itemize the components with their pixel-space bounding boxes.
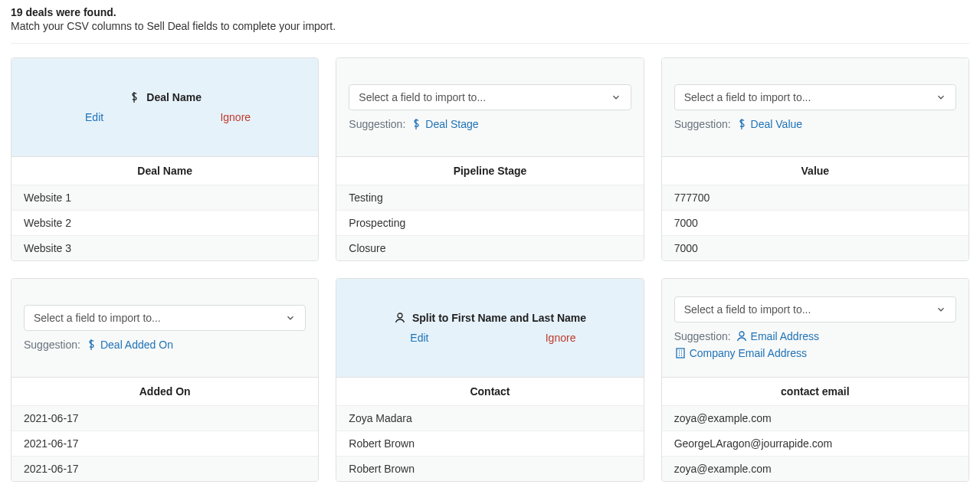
person-icon: [394, 312, 406, 324]
suggestion-link[interactable]: Deal Stage: [410, 118, 478, 130]
suggestion-link[interactable]: Deal Added On: [85, 339, 173, 351]
edit-link[interactable]: Edit: [85, 111, 103, 123]
suggestion-link[interactable]: Email Address: [736, 330, 819, 342]
ignore-link[interactable]: Ignore: [220, 111, 251, 123]
select-placeholder: Select a field to import to...: [359, 91, 486, 103]
suggestion-label: Suggestion:: [349, 118, 405, 130]
data-row: GeorgeLAragon@jourrapide.com: [662, 430, 969, 456]
company-icon: [674, 347, 687, 359]
svg-point-1: [739, 332, 744, 336]
mapping-card: Select a field to import to...Suggestion…: [661, 57, 969, 261]
select-placeholder: Select a field to import to...: [684, 303, 811, 316]
select-placeholder: Select a field to import to...: [684, 91, 811, 103]
suggestion-text: Deal Stage: [425, 118, 478, 130]
mapped-field-row: Split to First Name and Last Name: [349, 312, 631, 324]
suggestion-text: Company Email Address: [690, 347, 807, 359]
mapping-card: Split to First Name and Last NameEditIgn…: [336, 278, 644, 482]
svg-rect-2: [677, 349, 684, 358]
person-icon: [736, 330, 748, 342]
mapping-card: Select a field to import to...Suggestion…: [11, 278, 319, 482]
mapped-field-row: Deal Name: [24, 91, 306, 103]
suggestion-row: Suggestion:Email AddressCompany Email Ad…: [674, 330, 956, 359]
suggestion-link[interactable]: Company Email Address: [674, 347, 807, 359]
mapped-actions: EditIgnore: [24, 111, 306, 123]
suggestion-text: Deal Value: [751, 118, 802, 130]
data-row: 7000: [662, 210, 969, 235]
suggestion-label: Suggestion:: [674, 118, 731, 130]
suggestion-link[interactable]: Deal Value: [736, 118, 802, 130]
page-subtitle: Match your CSV columns to Sell Deal fiel…: [11, 20, 969, 32]
field-select[interactable]: Select a field to import to...: [349, 84, 631, 110]
column-header: Value: [662, 156, 969, 185]
svg-point-0: [398, 313, 402, 318]
data-row: 7000: [662, 235, 969, 260]
chevron-down-icon: [285, 313, 296, 323]
data-row: Testing: [336, 185, 643, 210]
data-row: Website 2: [11, 210, 318, 235]
suggestion-text: Email Address: [751, 330, 819, 342]
mapped-field-label: Deal Name: [146, 91, 202, 103]
suggestion-label: Suggestion:: [24, 339, 80, 351]
chevron-down-icon: [936, 92, 946, 103]
suggestion-row: Suggestion:Deal Value: [674, 118, 956, 130]
mapped-actions: EditIgnore: [349, 332, 631, 344]
chevron-down-icon: [936, 304, 946, 315]
deal-icon: [410, 118, 422, 130]
card-header: Select a field to import to...Suggestion…: [662, 279, 969, 377]
field-select[interactable]: Select a field to import to...: [674, 296, 956, 322]
data-row: Closure: [336, 235, 643, 260]
suggestion-text: Deal Added On: [100, 339, 173, 351]
data-row: 777700: [662, 185, 969, 210]
column-header: Added On: [11, 377, 318, 405]
page-title: 19 deals were found.: [11, 6, 969, 18]
column-header: contact email: [662, 377, 969, 405]
ignore-link[interactable]: Ignore: [546, 332, 576, 344]
data-row: Robert Brown: [336, 430, 643, 456]
card-header: Select a field to import to...Suggestion…: [11, 279, 318, 377]
data-row: Website 1: [11, 185, 318, 210]
card-header: Select a field to import to...Suggestion…: [662, 58, 969, 156]
divider: [11, 43, 969, 44]
edit-link[interactable]: Edit: [410, 332, 428, 344]
data-row: 2021-06-17: [11, 430, 318, 456]
suggestion-row: Suggestion:Deal Added On: [24, 339, 306, 351]
data-row: zoya@example.com: [662, 405, 969, 430]
column-header: Deal Name: [11, 156, 318, 185]
card-header: Select a field to import to...Suggestion…: [336, 58, 643, 156]
data-row: Website 3: [11, 235, 318, 260]
mapped-field-label: Split to First Name and Last Name: [412, 312, 586, 324]
deal-icon: [85, 339, 97, 351]
data-row: Robert Brown: [336, 456, 643, 481]
mapping-grid: Deal NameEditIgnoreDeal NameWebsite 1Web…: [11, 57, 969, 482]
field-select[interactable]: Select a field to import to...: [24, 305, 306, 331]
column-header: Pipeline Stage: [336, 156, 643, 185]
suggestion-label: Suggestion:: [674, 330, 731, 342]
data-row: zoya@example.com: [662, 456, 969, 481]
field-select[interactable]: Select a field to import to...: [674, 84, 956, 110]
mapping-card: Select a field to import to...Suggestion…: [336, 57, 644, 261]
data-row: Zoya Madara: [336, 405, 643, 430]
select-placeholder: Select a field to import to...: [34, 312, 161, 324]
data-row: Prospecting: [336, 210, 643, 235]
card-header: Split to First Name and Last NameEditIgn…: [336, 279, 643, 377]
deal-icon: [128, 91, 140, 103]
data-row: 2021-06-17: [11, 405, 318, 430]
deal-icon: [736, 118, 748, 130]
mapping-card: Deal NameEditIgnoreDeal NameWebsite 1Web…: [11, 57, 319, 261]
card-header: Deal NameEditIgnore: [11, 58, 318, 156]
suggestion-row: Suggestion:Deal Stage: [349, 118, 631, 130]
column-header: Contact: [336, 377, 643, 405]
mapping-card: Select a field to import to...Suggestion…: [661, 278, 969, 482]
chevron-down-icon: [611, 92, 621, 103]
data-row: 2021-06-17: [11, 456, 318, 481]
